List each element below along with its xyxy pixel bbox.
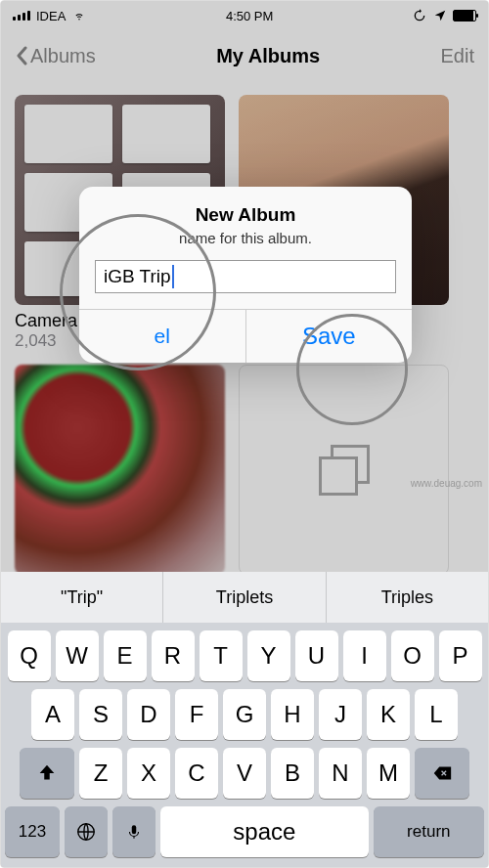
alert-title: New Album: [79, 204, 412, 226]
globe-icon: [75, 821, 97, 843]
svg-rect-1: [132, 825, 137, 834]
key-y[interactable]: Y: [247, 630, 290, 681]
key-s[interactable]: S: [79, 689, 122, 740]
key-c[interactable]: C: [175, 748, 218, 799]
key-v[interactable]: V: [223, 748, 266, 799]
globe-key[interactable]: [65, 806, 108, 857]
numbers-key[interactable]: 123: [5, 806, 60, 857]
key-o[interactable]: O: [391, 630, 434, 681]
key-h[interactable]: H: [271, 689, 314, 740]
key-row: 123 space return: [1, 799, 488, 867]
key-row: Q W E R T Y U I O P: [1, 623, 488, 681]
alert-message: name for this album.: [99, 230, 392, 246]
keyboard: "Trip" Triplets Triples Q W E R T Y U I …: [1, 572, 488, 867]
save-button[interactable]: Save: [246, 310, 413, 363]
shift-icon: [36, 762, 58, 784]
text-cursor: [172, 265, 174, 288]
shift-key[interactable]: [20, 748, 74, 799]
key-n[interactable]: N: [319, 748, 362, 799]
key-d[interactable]: D: [127, 689, 170, 740]
key-g[interactable]: G: [223, 689, 266, 740]
suggestion[interactable]: Triplets: [162, 572, 325, 623]
key-j[interactable]: J: [319, 689, 362, 740]
key-z[interactable]: Z: [79, 748, 122, 799]
key-t[interactable]: T: [200, 630, 243, 681]
key-l[interactable]: L: [415, 689, 458, 740]
key-row: A S D F G H J K L: [1, 681, 488, 740]
alert-buttons: el Save: [79, 309, 412, 363]
album-name-input[interactable]: iGB Trip: [95, 260, 396, 293]
backspace-icon: [431, 762, 453, 784]
new-album-alert: New Album name for this album. iGB Trip …: [79, 187, 412, 363]
key-m[interactable]: M: [367, 748, 410, 799]
microphone-icon: [125, 821, 143, 843]
key-k[interactable]: K: [367, 689, 410, 740]
key-x[interactable]: X: [127, 748, 170, 799]
cancel-button[interactable]: el: [79, 310, 246, 363]
return-key[interactable]: return: [374, 806, 484, 857]
suggestion[interactable]: "Trip": [1, 572, 162, 623]
suggestion[interactable]: Triples: [326, 572, 488, 623]
key-row: Z X C V B N M: [1, 740, 488, 799]
key-a[interactable]: A: [31, 689, 74, 740]
key-r[interactable]: R: [152, 630, 195, 681]
dictation-key[interactable]: [112, 806, 156, 857]
key-q[interactable]: Q: [8, 630, 51, 681]
input-text: iGB Trip: [104, 266, 171, 287]
watermark: www.deuag.com: [411, 478, 482, 489]
key-w[interactable]: W: [56, 630, 99, 681]
backspace-key[interactable]: [415, 748, 469, 799]
key-b[interactable]: B: [271, 748, 314, 799]
key-p[interactable]: P: [439, 630, 482, 681]
key-e[interactable]: E: [104, 630, 147, 681]
key-i[interactable]: I: [343, 630, 386, 681]
suggestion-bar: "Trip" Triplets Triples: [1, 572, 488, 623]
space-key[interactable]: space: [160, 806, 369, 857]
key-u[interactable]: U: [295, 630, 338, 681]
key-f[interactable]: F: [175, 689, 218, 740]
